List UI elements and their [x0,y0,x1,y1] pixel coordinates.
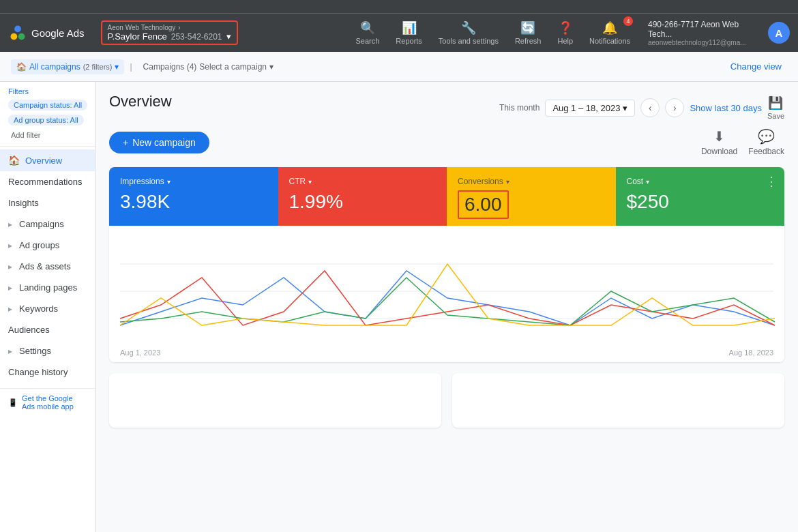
date-next-button[interactable]: › [665,98,684,117]
download-icon: ⬇ [713,128,725,145]
campaigns-breadcrumb[interactable]: Campaigns (4) Select a campaign ▾ [138,59,279,74]
save-icon[interactable]: 💾 [768,95,783,110]
download-button[interactable]: ⬇ Download [701,128,737,156]
mobile-app-label: Get the Google Ads mobile app [22,394,87,411]
ctr-header: CTR ▾ [289,177,437,186]
performance-chart [120,237,773,346]
ad-groups-label: Ad groups [19,240,59,250]
sidebar-item-audiences[interactable]: Audiences [0,319,95,340]
breadcrumb-divider: | [130,62,132,72]
home-icon: 🏠 [16,62,27,72]
metrics-container: Impressions ▾ 3.98K CTR ▾ 1.99% Co [109,167,784,362]
ctr-value: 1.99% [289,190,437,213]
date-prev-button[interactable]: ‹ [640,98,660,117]
conversions-card: Conversions ▾ 6.00 [447,167,616,226]
sidebar-item-insights[interactable]: Insights [0,192,95,213]
chevron-down-icon: ▾ [115,62,119,72]
new-campaign-button[interactable]: + New campaign [109,132,209,153]
change-view-button[interactable]: Change view [725,59,787,74]
impressions-card: Impressions ▾ 3.98K [109,167,278,226]
context-bar [0,0,798,14]
sidebar-item-ads-assets[interactable]: ▸ Ads & assets [0,256,95,277]
account-selector[interactable]: Aeon Web Technology › P.Saylor Fence 253… [101,20,238,45]
ad-group-status-filter[interactable]: Ad group status: All [8,115,84,125]
refresh-icon: 🔄 [520,20,535,35]
download-label: Download [701,147,737,156]
notifications-nav-item[interactable]: 🔔 4 Notifications [582,18,637,48]
landing-pages-chevron: ▸ [8,283,12,293]
feedback-button[interactable]: 💬 Feedback [748,128,784,156]
sidebar-item-recommendations[interactable]: Recommendations [0,171,95,192]
google-ads-logo-icon [8,23,27,42]
notifications-icon: 🔔 [602,20,617,35]
feedback-icon: 💬 [758,128,775,145]
action-row: + New campaign ⬇ Download 💬 Feedback [109,128,784,156]
landing-pages-label: Landing pages [19,282,77,293]
impressions-dropdown[interactable]: ▾ [167,178,171,186]
settings-chevron: ▸ [8,346,12,356]
breadcrumb: 🏠 All campaigns (2 filters) ▾ | Campaign… [11,59,279,74]
logo-text: Google Ads [31,27,85,39]
cost-header: Cost ▾ [627,177,774,186]
sidebar-item-settings[interactable]: ▸ Settings [0,340,95,361]
account-number: 253-542-6201 [171,32,222,42]
sidebar-item-landing-pages[interactable]: ▸ Landing pages [0,277,95,298]
mobile-app-link[interactable]: 📱 Get the Google Ads mobile app [0,388,95,416]
sidebar-item-overview[interactable]: 🏠 Overview [0,149,95,171]
overview-label: Overview [25,156,62,166]
bottom-card-1 [109,373,441,428]
sidebar-item-ad-groups[interactable]: ▸ Ad groups [0,235,95,256]
notifications-label: Notifications [589,37,630,45]
google-ads-logo: Google Ads [8,23,85,42]
date-range-selector[interactable]: Aug 1 – 18, 2023 ▾ [545,100,635,117]
chart-end-date: Aug 18, 2023 [729,349,773,357]
campaigns-chevron: ▸ [8,220,12,229]
date-range-chevron: ▾ [623,103,627,113]
account-info: 490-266-7717 Aeon Web Tech... aeonwebtec… [648,20,757,46]
content-area: Overview This month Aug 1 – 18, 2023 ▾ ‹… [95,82,798,532]
select-campaign-chevron: ▾ [269,62,274,72]
campaign-status-filter[interactable]: Campaign status: All [8,100,87,110]
add-filter-button[interactable]: Add filter [8,130,43,141]
ctr-dropdown[interactable]: ▾ [308,178,312,186]
date-range-text: Aug 1 – 18, 2023 [552,103,620,113]
refresh-nav-item[interactable]: 🔄 Refresh [508,18,548,48]
conversions-dropdown[interactable]: ▾ [506,178,509,186]
more-options-button[interactable]: ⋮ [765,174,778,189]
secondary-nav: 🏠 All campaigns (2 filters) ▾ | Campaign… [0,52,798,82]
cost-card: Cost ▾ $250 ⋮ [616,167,785,226]
conversions-label: Conversions [458,177,503,186]
show-last-30-link[interactable]: Show last 30 days [690,103,762,113]
sidebar-item-keywords[interactable]: ▸ Keywords [0,298,95,319]
bottom-cards [109,373,784,428]
help-nav-item[interactable]: ❓ Help [550,18,580,48]
sidebar-item-campaigns[interactable]: ▸ Campaigns [0,213,95,235]
avatar[interactable]: A [768,22,790,44]
sidebar: Filters Campaign status: All Ad group st… [0,82,95,532]
view-filters-breadcrumb[interactable]: 🏠 All campaigns (2 filters) ▾ [11,59,124,74]
plus-icon: + [123,137,128,148]
mobile-icon: 📱 [8,398,18,407]
reports-nav-item[interactable]: 📊 Reports [389,18,429,48]
reports-label: Reports [396,37,422,45]
tools-icon: 🔧 [461,20,476,35]
notification-badge: 4 [623,16,633,26]
cost-label: Cost [627,177,644,186]
keywords-chevron: ▸ [8,304,12,314]
search-nav-item[interactable]: 🔍 Search [349,18,386,48]
sidebar-nav: 🏠 Overview Recommendations Insights ▸ Ca… [0,147,95,385]
view-filters-label: All campaigns [29,62,80,72]
tools-nav-item[interactable]: 🔧 Tools and settings [432,18,505,48]
filter-row: Campaign status: All Ad group status: Al… [8,100,87,141]
sidebar-item-change-history[interactable]: Change history [0,361,95,383]
cost-dropdown[interactable]: ▾ [646,178,649,186]
ads-assets-label: Ads & assets [19,261,71,271]
filters-label: Filters [8,87,29,95]
overview-header: Overview [109,93,499,110]
conversions-header: Conversions ▾ [458,177,605,186]
ads-assets-chevron: ▸ [8,262,12,271]
main-layout: Filters Campaign status: All Ad group st… [0,82,798,532]
top-nav: Google Ads Aeon Web Technology › P.Saylo… [0,14,798,52]
help-icon: ❓ [558,20,573,35]
overview-home-icon: 🏠 [8,155,20,166]
